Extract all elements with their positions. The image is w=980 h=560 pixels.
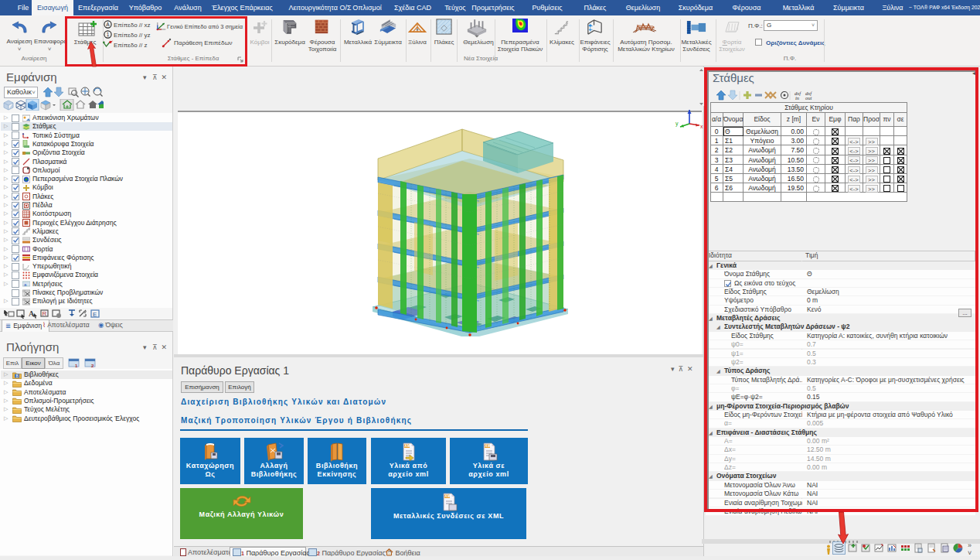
svg-text:E: E — [93, 311, 97, 318]
svg-text:XML: XML — [485, 444, 493, 448]
svg-text:R: R — [42, 310, 46, 317]
svg-text:XML: XML — [444, 494, 453, 498]
svg-text:XML: XML — [404, 444, 413, 448]
svg-text:y: y — [675, 121, 679, 127]
